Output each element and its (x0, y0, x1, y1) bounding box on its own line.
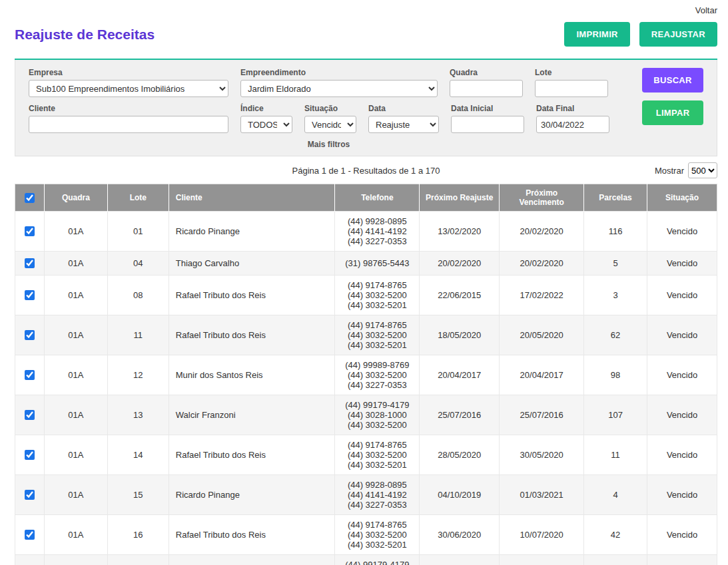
cell-parcelas: 4 (584, 475, 647, 515)
cell-situacao: Vencido (647, 315, 717, 355)
row-select-cell (15, 555, 45, 565)
cliente-field: Cliente (29, 104, 228, 133)
data-select[interactable]: Reajuste (368, 116, 439, 133)
buscar-button[interactable]: BUSCAR (642, 68, 703, 93)
cell-proximo-reajuste: 20/04/2017 (420, 355, 500, 395)
cell-parcelas: 98 (584, 355, 647, 395)
cell-lote: 12 (107, 355, 169, 395)
cell-quadra: 01A (44, 515, 107, 555)
lote-input[interactable] (535, 80, 608, 97)
empresa-select[interactable]: Sub100 Empreendimentos Imobiliários (29, 80, 228, 97)
col-situacao: Situação (647, 184, 717, 212)
row-checkbox[interactable] (25, 226, 35, 236)
cell-quadra: 01A (44, 252, 107, 276)
row-select-cell (15, 252, 45, 276)
table-row: 01A 13 Walcir Franzoni (44) 99179-4179(4… (15, 395, 717, 435)
mostrar-label: Mostrar (655, 166, 684, 176)
cell-parcelas: 42 (584, 515, 647, 555)
filter-row-1: Empresa Sub100 Empreendimentos Imobiliár… (29, 68, 629, 97)
row-select-cell (15, 315, 45, 355)
cell-quadra: 01A (44, 276, 107, 315)
cell-cliente: Rafael Tributo dos Reis (169, 276, 335, 315)
cell-situacao: Vencido (647, 355, 717, 395)
data-label: Data (368, 104, 439, 113)
header-buttons: IMPRIMIR REAJUSTAR (564, 22, 717, 47)
table-row: 01A 11 Rafael Tributo dos Reis (44) 9174… (15, 315, 717, 355)
cell-lote: 14 (107, 435, 169, 475)
cell-proximo-vencimento: 25/07/2016 (500, 395, 584, 435)
cell-telefone: (44) 9174-8765(44) 3032-5200(44) 3032-52… (335, 435, 420, 475)
cell-situacao: Vencido (647, 515, 717, 555)
empresa-field: Empresa Sub100 Empreendimentos Imobiliár… (29, 68, 228, 97)
cliente-input[interactable] (29, 116, 228, 133)
situacao-label: Situação (304, 104, 356, 113)
data-final-input[interactable] (536, 116, 609, 133)
cell-situacao: Vencido (647, 276, 717, 315)
cliente-label: Cliente (29, 104, 228, 113)
cell-situacao: Vencido (647, 435, 717, 475)
cell-quadra: 01A (44, 435, 107, 475)
data-inicial-input[interactable] (451, 116, 524, 133)
indice-select[interactable]: TODOS (240, 116, 292, 133)
cell-proximo-reajuste: 22/06/2015 (420, 276, 500, 315)
cell-quadra: 01A (44, 395, 107, 435)
voltar-link[interactable]: Voltar (695, 5, 717, 15)
empresa-label: Empresa (29, 68, 228, 77)
cell-parcelas: 107 (584, 395, 647, 435)
cell-proximo-reajuste: 04/10/2019 (420, 475, 500, 515)
cell-parcelas: 62 (584, 315, 647, 355)
cell-lote: 04 (107, 252, 169, 276)
lote-field: Lote (535, 68, 608, 97)
filter-fields: Empresa Sub100 Empreendimentos Imobiliár… (29, 68, 629, 149)
mais-filtros-link[interactable]: Mais filtros (29, 140, 629, 149)
mostrar-select[interactable]: 500 (688, 162, 717, 178)
table-row: 01A 08 Rafael Tributo dos Reis (44) 9174… (15, 276, 717, 315)
row-checkbox[interactable] (25, 290, 35, 300)
row-checkbox[interactable] (25, 450, 35, 460)
limpar-button[interactable]: LIMPAR (642, 100, 703, 125)
row-checkbox[interactable] (25, 530, 35, 540)
row-checkbox[interactable] (25, 258, 35, 268)
row-select-cell (15, 276, 45, 315)
col-lote: Lote (107, 184, 169, 212)
row-select-cell (15, 435, 45, 475)
row-checkbox[interactable] (25, 490, 35, 500)
cell-quadra: 01A (44, 315, 107, 355)
cell-proximo-vencimento: 20/02/2020 (500, 212, 584, 252)
data-inicial-field: Data Inicial (451, 104, 524, 133)
cell-quadra: 01A (44, 355, 107, 395)
row-select-cell (15, 212, 45, 252)
cell-proximo-reajuste: 13/02/2020 (420, 212, 500, 252)
cell-cliente: Rafael Tributo dos Reis (169, 435, 335, 475)
cell-proximo-reajuste: 18/05/2020 (420, 315, 500, 355)
cell-telefone: (44) 9174-8765(44) 3032-5200(44) 3032-52… (335, 515, 420, 555)
cell-telefone: (31) 98765-5443 (335, 252, 420, 276)
empreendimento-select[interactable]: Jardim Eldorado (240, 80, 438, 97)
cell-situacao: Vencido (647, 212, 717, 252)
cell-situacao: Vencido (647, 395, 717, 435)
cell-lote: 13 (107, 395, 169, 435)
reajustar-button[interactable]: REAJUSTAR (639, 22, 717, 47)
cell-lote: 01 (107, 212, 169, 252)
select-all-checkbox[interactable] (25, 193, 35, 203)
quadra-input[interactable] (450, 80, 523, 97)
row-select-cell (15, 515, 45, 555)
cell-cliente: Rafael Tributo dos Reis (169, 515, 335, 555)
row-checkbox[interactable] (25, 330, 35, 340)
cell-telefone: (44) 99989-8769(44) 3032-5200(44) 3227-0… (335, 355, 420, 395)
cell-telefone: (44) 9928-0895(44) 4141-4192(44) 3227-03… (335, 212, 420, 252)
cell-situacao: Vencido (647, 475, 717, 515)
situacao-select[interactable]: Vencido (304, 116, 356, 133)
row-checkbox[interactable] (25, 410, 35, 420)
cell-proximo-vencimento: 20/05/2020 (500, 315, 584, 355)
row-select-cell (15, 355, 45, 395)
cell-parcelas: 11 (584, 435, 647, 475)
cell-proximo-reajuste: 28/05/2020 (420, 435, 500, 475)
cell-parcelas: 5 (584, 252, 647, 276)
col-telefone: Telefone (335, 184, 420, 212)
cell-lote: 11 (107, 315, 169, 355)
col-proximo-vencimento: Próximo Vencimento (500, 184, 584, 212)
cell-parcelas: 116 (584, 212, 647, 252)
row-checkbox[interactable] (25, 370, 35, 380)
imprimir-button[interactable]: IMPRIMIR (564, 22, 629, 47)
